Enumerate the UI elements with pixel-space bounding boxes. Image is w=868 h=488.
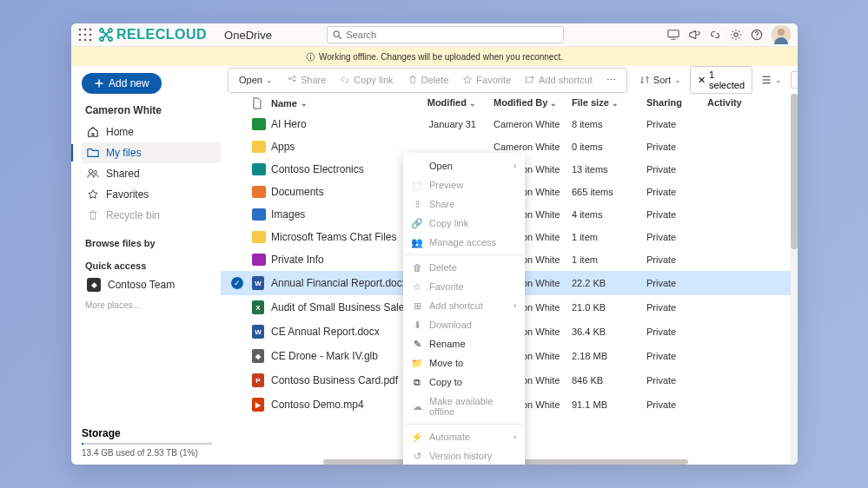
menu-label: Download [429, 320, 472, 330]
chevron-right-icon: › [514, 432, 516, 441]
selection-count: 1 selected [709, 69, 745, 90]
svg-point-6 [79, 39, 82, 42]
menu-label: Add shortcut [429, 300, 483, 311]
nav-label: My files [106, 147, 142, 159]
toolbar: Open⌄ Share Copy link Delete Favorite Ad… [221, 66, 798, 94]
quick-item-label: Contoso Team [108, 279, 175, 291]
vertical-scrollbar[interactable] [791, 94, 798, 465]
details-toggle[interactable]: Details [791, 71, 798, 89]
search-input[interactable] [346, 30, 558, 40]
file-name: Annual Financial Report.docx⋯ [271, 276, 410, 290]
scrollbar-thumb[interactable] [791, 94, 798, 249]
open-button[interactable]: Open⌄ [234, 71, 278, 89]
svg-point-5 [89, 34, 92, 36]
th-file-size[interactable]: File size ⌄ [572, 97, 646, 109]
th-modified[interactable]: Modified ⌄ [410, 97, 494, 109]
more-places-link[interactable]: More places... [85, 300, 221, 310]
sidebar-item-home[interactable]: Home [82, 122, 221, 142]
menu-icon: ⬇ [412, 320, 422, 330]
th-name[interactable]: Name⌄ [271, 97, 410, 109]
svg-point-28 [288, 77, 290, 79]
file-size: 8 items [572, 119, 646, 129]
titlebar-actions [667, 25, 791, 44]
menu-label: Rename [429, 339, 466, 349]
copy-link-button[interactable]: Copy link [335, 71, 398, 89]
th-activity[interactable]: Activity [707, 97, 759, 109]
avatar[interactable] [772, 25, 791, 44]
storage-section: Storage 13.4 GB used of 2.93 TB (1%) [82, 420, 212, 465]
toolbar-actions: Open⌄ Share Copy link Delete Favorite Ad… [228, 68, 627, 93]
th-icon[interactable] [252, 97, 271, 109]
gear-icon[interactable] [730, 29, 742, 41]
mp4-icon: ▶ [252, 398, 264, 412]
selection-pill[interactable]: ✕1 selected [690, 66, 752, 94]
delete-icon [407, 75, 418, 85]
clear-selection-icon[interactable]: ✕ [698, 75, 706, 86]
share-button[interactable]: Share [282, 71, 331, 89]
svg-point-17 [734, 33, 738, 36]
help-icon[interactable] [751, 29, 763, 41]
search-box[interactable] [327, 26, 564, 43]
file-size: 0 items [572, 142, 646, 152]
menu-separator [403, 424, 525, 425]
folder-icon [87, 147, 99, 159]
nav-label: Home [106, 126, 134, 138]
menu-item-make-available-offline: ☁Make available offline [403, 392, 525, 421]
storage-bar [82, 443, 212, 445]
menu-icon: ↺ [412, 451, 422, 461]
sidebar-item-my-files[interactable]: My files [82, 142, 221, 163]
sort-button[interactable]: Sort⌄ [634, 71, 686, 89]
quick-access-item[interactable]: ◆ Contoso Team [82, 274, 221, 295]
context-menu: Open›⬚Preview⇪Share🔗Copy link👥Manage acc… [403, 153, 525, 465]
menu-item-move-to[interactable]: 📁Move to [403, 353, 525, 373]
file-modified: January 31 [410, 119, 494, 129]
svg-point-25 [89, 169, 92, 173]
view-button[interactable]: ⌄ [756, 71, 787, 89]
sidebar-item-shared[interactable]: Shared [82, 163, 221, 184]
quick-access-label: Quick access [85, 260, 221, 271]
file-size: 2.18 MB [572, 351, 646, 361]
folder-icon [252, 141, 266, 153]
th-modified-by[interactable]: Modified By ⌄ [494, 97, 572, 109]
waffle-icon[interactable] [78, 28, 92, 42]
menu-item-copy-to[interactable]: ⧉Copy to [403, 373, 525, 392]
menu-label: Manage access [429, 237, 496, 247]
menu-icon: ⇪ [412, 199, 422, 209]
svg-point-11 [100, 37, 103, 41]
trash-icon [87, 209, 99, 221]
file-size: 4 items [572, 209, 646, 220]
file-name: Private Info [271, 254, 410, 266]
menu-item-copy-link: 🔗Copy link [403, 214, 525, 233]
add-shortcut-button[interactable]: Add shortcut [520, 71, 598, 89]
delete-button[interactable]: Delete [402, 71, 454, 89]
add-new-button[interactable]: Add new [82, 73, 162, 94]
svg-point-4 [84, 34, 87, 36]
megaphone-icon[interactable] [688, 29, 700, 41]
menu-icon: ☁ [412, 401, 422, 412]
monitor-icon[interactable] [667, 29, 679, 41]
file-size: 1 item [572, 232, 646, 242]
sidebar-username: Cameron White [85, 104, 221, 116]
nav-label: Recycle bin [106, 209, 160, 221]
file-name: Images [271, 208, 410, 221]
svg-point-10 [109, 29, 112, 32]
search-icon [333, 30, 342, 40]
menu-item-rename[interactable]: ✎Rename [403, 334, 525, 353]
menu-icon: ⧉ [412, 377, 422, 387]
folder-icon [252, 186, 266, 198]
sidebar-item-favorites[interactable]: Favorites [82, 184, 221, 205]
add-new-label: Add new [109, 77, 149, 89]
menu-item-open[interactable]: Open› [403, 156, 525, 175]
menu-icon: 👥 [412, 237, 422, 247]
svg-point-3 [79, 34, 82, 36]
file-size: 1 item [572, 254, 646, 265]
menu-item-add-shortcut: ⊞Add shortcut› [403, 296, 525, 315]
menu-label: Delete [429, 262, 457, 273]
th-sharing[interactable]: Sharing [646, 97, 707, 109]
link-icon[interactable] [709, 29, 721, 41]
file-size: 846 KB [572, 375, 646, 386]
file-sharing: Private [646, 326, 707, 337]
more-button[interactable]: ⋯ [601, 71, 621, 89]
table-row[interactable]: AI Hero January 31 Cameron White 8 items… [221, 113, 798, 135]
favorite-button[interactable]: Favorite [457, 71, 516, 89]
